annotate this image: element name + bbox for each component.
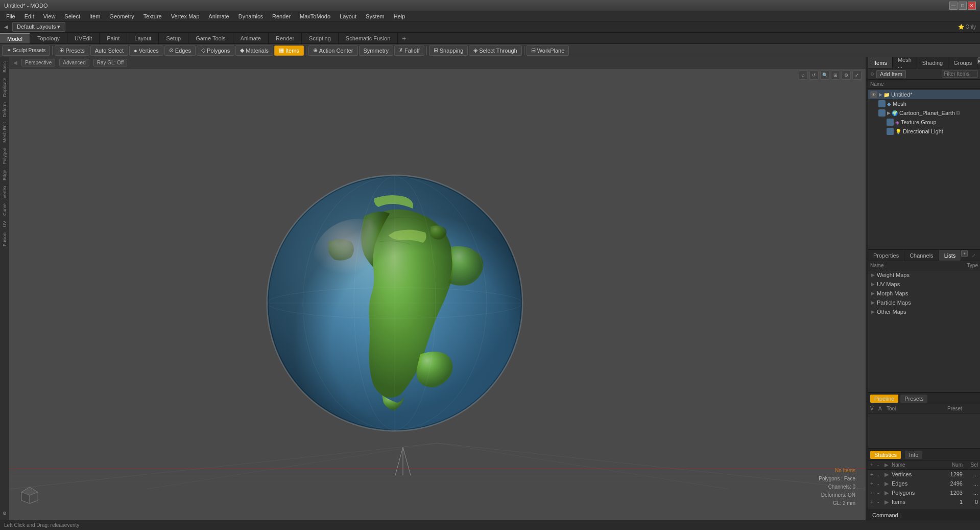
menu-animate[interactable]: Animate bbox=[204, 12, 233, 20]
command-bar[interactable]: Command | bbox=[868, 510, 980, 520]
list-item-morph-maps[interactable]: ▶ Morph Maps bbox=[868, 289, 980, 298]
viewport-fit-icon[interactable]: ⊞ bbox=[831, 71, 840, 80]
tab-uvedit[interactable]: UVEdit bbox=[67, 33, 100, 43]
window-controls[interactable]: — □ ✕ bbox=[949, 2, 976, 10]
panel-tab-shading[interactable]: Shading bbox=[917, 57, 948, 68]
stat-row-polygons[interactable]: + - ▶ Polygons 1203 ... bbox=[868, 488, 980, 497]
menu-file[interactable]: File bbox=[2, 12, 19, 20]
workplane-button[interactable]: ⊟ WorkPlane bbox=[527, 45, 569, 56]
left-tab-bottom[interactable]: ⚙ bbox=[1, 509, 8, 518]
viewport-nav-prev[interactable]: ◀ bbox=[13, 60, 17, 65]
pipeline-tab[interactable]: Pipeline bbox=[870, 395, 898, 403]
stat-row-vertices[interactable]: + - ▶ Vertices 1299 ... bbox=[868, 470, 980, 479]
lower-tab-properties[interactable]: Properties bbox=[868, 250, 904, 261]
viewport-expand-icon[interactable]: ⤢ bbox=[852, 71, 862, 80]
sculpt-button[interactable]: ✦ Sculpt Presets bbox=[2, 45, 50, 56]
list-item-other-maps[interactable]: ▶ Other Maps bbox=[868, 307, 980, 316]
stat-plus-items[interactable]: + bbox=[870, 499, 877, 505]
left-tab-edge[interactable]: Edge bbox=[1, 168, 8, 182]
panel-tab-items[interactable]: Items bbox=[868, 57, 893, 68]
list-item-particle-maps[interactable]: ▶ Particle Maps bbox=[868, 298, 980, 307]
left-tab-vertex[interactable]: Vertex bbox=[1, 183, 8, 201]
lower-tab-channels[interactable]: Channels bbox=[904, 250, 939, 261]
statistics-tab[interactable]: Statistics bbox=[870, 451, 901, 459]
menu-max-to-modo[interactable]: MaxToModo bbox=[296, 12, 334, 20]
presets-button[interactable]: ⊞ Presets bbox=[55, 45, 89, 56]
menu-dynamics[interactable]: Dynamics bbox=[234, 12, 267, 20]
add-tab-button[interactable]: + bbox=[398, 33, 410, 43]
lower-expand-icon[interactable]: ⤢ bbox=[972, 253, 976, 258]
perspective-button[interactable]: Perspective bbox=[21, 59, 55, 66]
stat-plus-edges[interactable]: + bbox=[870, 480, 877, 487]
advanced-button[interactable]: Advanced bbox=[59, 59, 89, 66]
menu-layout[interactable]: Layout bbox=[336, 12, 361, 20]
left-tab-duplicate[interactable]: Duplicate bbox=[1, 76, 8, 99]
falloff-button[interactable]: ⊻ Falloff bbox=[394, 45, 424, 56]
filter-items-field[interactable]: Filter Items bbox=[942, 70, 978, 78]
tab-animate[interactable]: Animate bbox=[233, 33, 269, 43]
viewport[interactable]: ◀ Perspective Advanced Ray GL: Off ⌂ ↺ 🔍… bbox=[9, 57, 866, 520]
visibility-toggle-planet[interactable] bbox=[878, 109, 886, 117]
menu-item[interactable]: Item bbox=[85, 12, 104, 20]
visibility-toggle-mesh[interactable] bbox=[878, 100, 886, 107]
symmetry-button[interactable]: Symmetry bbox=[359, 45, 394, 56]
items-tree[interactable]: 👁 ▶ 📁 Untitled* ◆ Mesh ▶ 🌍 Cartoon_Plane… bbox=[868, 89, 980, 249]
default-layouts-button[interactable]: Default Layouts ▾ bbox=[12, 22, 65, 32]
select-through-button[interactable]: ◈ Select Through bbox=[469, 45, 521, 56]
polygons-button[interactable]: ◇ Polygons bbox=[197, 45, 234, 56]
tab-setup[interactable]: Setup bbox=[159, 33, 188, 43]
tree-item-planet[interactable]: ▶ 🌍 Cartoon_Planet_Earth ⊞ bbox=[868, 108, 980, 118]
menu-system[interactable]: System bbox=[362, 12, 389, 20]
command-input[interactable] bbox=[904, 512, 976, 518]
stat-minus-polygons[interactable]: - bbox=[877, 490, 885, 496]
snapping-button[interactable]: ⊞ Snapping bbox=[429, 45, 468, 56]
presets-tab[interactable]: Presets bbox=[900, 395, 927, 403]
tree-item-texture-group[interactable]: ◈ Texture Group bbox=[868, 118, 980, 127]
menu-select[interactable]: Select bbox=[60, 12, 84, 20]
stat-minus-vertices[interactable]: - bbox=[877, 471, 885, 477]
tab-paint[interactable]: Paint bbox=[100, 33, 127, 43]
viewport-zoom-icon[interactable]: 🔍 bbox=[820, 71, 829, 80]
menu-vertex-map[interactable]: Vertex Map bbox=[167, 12, 204, 20]
left-tab-curve[interactable]: Curve bbox=[1, 201, 8, 218]
viewport-rotate-icon[interactable]: ↺ bbox=[809, 71, 819, 80]
close-button[interactable]: ✕ bbox=[968, 2, 976, 10]
tab-render[interactable]: Render bbox=[269, 33, 302, 43]
edges-button[interactable]: ⊘ Edges bbox=[164, 45, 196, 56]
left-tab-polygon[interactable]: Polygon bbox=[1, 146, 8, 167]
menu-view[interactable]: View bbox=[39, 12, 60, 20]
stat-row-edges[interactable]: + - ▶ Edges 2496 ... bbox=[868, 479, 980, 488]
tab-model[interactable]: Model bbox=[0, 33, 30, 43]
tab-scripting[interactable]: Scripting bbox=[302, 33, 339, 43]
viewport-home-icon[interactable]: ⌂ bbox=[799, 71, 808, 80]
tab-topology[interactable]: Topology bbox=[30, 33, 67, 43]
lower-panel-expand[interactable]: + bbox=[961, 250, 967, 257]
list-item-uv-maps[interactable]: ▶ UV Maps bbox=[868, 280, 980, 289]
stat-plus-polygons[interactable]: + bbox=[870, 490, 877, 496]
minimize-button[interactable]: — bbox=[949, 2, 958, 10]
menu-help[interactable]: Help bbox=[390, 12, 410, 20]
tree-item-mesh[interactable]: ◆ Mesh bbox=[868, 99, 980, 108]
add-item-button[interactable]: Add Item bbox=[876, 70, 906, 78]
list-item-weight-maps[interactable]: ▶ Weight Maps bbox=[868, 270, 980, 280]
maximize-button[interactable]: □ bbox=[959, 2, 967, 10]
materials-button[interactable]: ◆ Materials bbox=[235, 45, 273, 56]
tree-item-untitled[interactable]: 👁 ▶ 📁 Untitled* bbox=[868, 90, 980, 99]
lower-tab-lists[interactable]: Lists bbox=[939, 250, 962, 261]
tree-item-light[interactable]: 💡 Directional Light bbox=[868, 127, 980, 136]
stat-minus-items[interactable]: - bbox=[877, 499, 885, 505]
stat-minus-edges[interactable]: - bbox=[877, 480, 885, 487]
navigation-cube[interactable] bbox=[19, 485, 40, 505]
visibility-toggle-light[interactable] bbox=[887, 128, 894, 135]
left-tab-uv[interactable]: UV bbox=[1, 219, 8, 229]
left-tab-fusion[interactable]: Fusion bbox=[1, 231, 8, 248]
panel-tab-groups[interactable]: Groups bbox=[948, 57, 977, 68]
raygl-button[interactable]: Ray GL: Off bbox=[93, 59, 128, 66]
visibility-toggle[interactable]: 👁 bbox=[870, 91, 877, 98]
menu-geometry[interactable]: Geometry bbox=[105, 12, 138, 20]
menu-render[interactable]: Render bbox=[268, 12, 295, 20]
stat-row-items[interactable]: + - ▶ Items 1 0 bbox=[868, 497, 980, 506]
tab-schematic-fusion[interactable]: Schematic Fusion bbox=[339, 33, 398, 43]
info-tab[interactable]: Info bbox=[905, 451, 922, 459]
menu-texture[interactable]: Texture bbox=[139, 12, 166, 20]
